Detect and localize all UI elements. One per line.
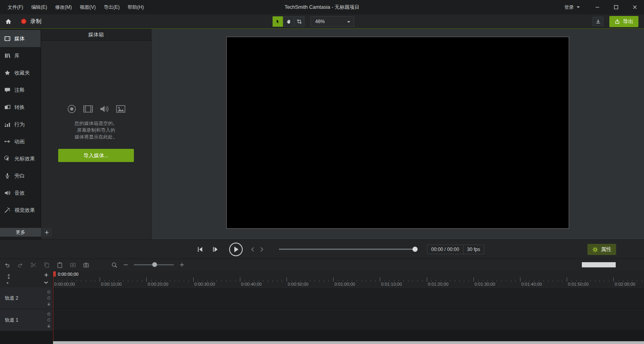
maximize-button[interactable]: [607, 0, 625, 14]
screenshot-button[interactable]: [83, 262, 89, 268]
ruler-ticks: [53, 277, 644, 282]
play-button[interactable]: [229, 242, 243, 257]
sidebar-item-media[interactable]: 媒体: [0, 30, 41, 47]
sidebar-item-voice-narration[interactable]: 旁白: [0, 167, 41, 184]
sidebar-item-library[interactable]: 库: [0, 47, 41, 64]
sidebar-item-favorites[interactable]: 收藏夹: [0, 64, 41, 81]
sidebar-item-behaviors[interactable]: 行为: [0, 116, 41, 133]
fps-display: 30 fps: [463, 245, 484, 254]
menu-help[interactable]: 帮助(H): [124, 2, 147, 13]
ruler-label: 0:01:30;00: [473, 282, 520, 287]
sidebar-item-transitions[interactable]: 转换: [0, 99, 41, 116]
microphone-icon: [4, 172, 11, 179]
sidebar-item-label: 光标效果: [14, 155, 35, 162]
record-circle-icon: [67, 104, 77, 114]
undo-button[interactable]: [4, 262, 10, 268]
import-media-button[interactable]: 导入媒体...: [58, 149, 134, 162]
canvas-tools: 46%: [273, 16, 354, 27]
playback-controls: 00:00 / 00:00 30 fps: [196, 240, 484, 259]
playhead-row: 0:00:00;00: [53, 271, 644, 277]
zoom-button[interactable]: [111, 262, 118, 268]
visibility-icon[interactable]: [47, 312, 51, 316]
crop-tool-button[interactable]: [294, 16, 304, 27]
next-clip-button[interactable]: [259, 246, 265, 253]
zoom-out-button[interactable]: [123, 262, 128, 267]
sidebar-item-visual-effects[interactable]: 视觉效果: [0, 202, 41, 219]
lock-icon[interactable]: [47, 302, 51, 306]
minimize-button[interactable]: [588, 0, 607, 14]
properties-label: 属性: [601, 246, 611, 253]
copy-button[interactable]: [43, 262, 50, 268]
menu-file[interactable]: 文件(F): [4, 2, 27, 13]
menu-export[interactable]: 导出(E): [100, 2, 123, 13]
scrubber-thumb[interactable]: [412, 247, 418, 252]
empty-text-line: 媒体将显示在此处。: [75, 134, 118, 140]
split-button[interactable]: [70, 262, 76, 268]
sidebar-item-annotations[interactable]: 注释: [0, 81, 41, 99]
redo-button[interactable]: [17, 262, 24, 268]
timeline-zoom-controls: [111, 262, 185, 268]
playhead-line[interactable]: [53, 272, 53, 341]
track-1-body[interactable]: [53, 309, 644, 331]
video-preview-stage[interactable]: [226, 37, 569, 229]
download-button[interactable]: [593, 17, 603, 26]
timeline-zoom-slider[interactable]: [134, 264, 174, 265]
animations-icon: [4, 138, 11, 145]
previous-frame-icon: [196, 245, 204, 253]
scrubber-slider[interactable]: [279, 249, 416, 250]
collapse-tracks-button[interactable]: [41, 279, 51, 286]
visibility-icon[interactable]: [47, 290, 51, 295]
playhead-marker[interactable]: [53, 271, 56, 277]
timeline-minimap-scrollbar[interactable]: [582, 262, 616, 267]
record-button[interactable]: 录制: [17, 14, 45, 28]
sign-in-button[interactable]: 登录: [556, 0, 588, 14]
timeline-zoom-thumb[interactable]: [152, 262, 157, 267]
zoom-in-button[interactable]: [179, 262, 185, 267]
loop-icon[interactable]: [47, 296, 51, 301]
close-icon: [632, 4, 638, 10]
properties-button[interactable]: 属性: [587, 244, 616, 255]
previous-frame-button[interactable]: [196, 245, 204, 253]
timeline-horizontal-scrollbar[interactable]: [53, 341, 644, 344]
cut-button[interactable]: [30, 262, 37, 268]
lock-icon[interactable]: [47, 324, 51, 328]
download-icon: [595, 19, 601, 24]
add-track-button[interactable]: [41, 271, 51, 279]
scrollbar-thumb[interactable]: [53, 341, 644, 344]
pan-tool-button[interactable]: [283, 16, 294, 27]
paste-button[interactable]: [57, 262, 63, 268]
track-1-header[interactable]: 轨道 1: [0, 309, 53, 331]
loop-icon[interactable]: [47, 318, 51, 322]
zoom-level-select[interactable]: 46%: [310, 16, 354, 27]
camtasia-window: 文件(F) 编辑(E) 修改(M) 视图(V) 导出(E) 帮助(H) Tech…: [0, 0, 644, 344]
menu-edit[interactable]: 编辑(E): [27, 2, 51, 13]
chevron-down-icon: [43, 280, 49, 285]
add-tab-button[interactable]: [41, 228, 52, 237]
sidebar-more-button[interactable]: 更多: [0, 228, 41, 237]
timeline-ruler[interactable]: 0:00:00;00 0:00:00;00 0:00:10;00 0:00:20…: [53, 271, 644, 287]
step-forward-button[interactable]: [211, 245, 219, 253]
menu-view[interactable]: 视图(V): [76, 2, 99, 13]
sidebar-item-animations[interactable]: 动画: [0, 133, 41, 150]
step-forward-icon: [211, 245, 219, 253]
sidebar-item-label: 行为: [14, 121, 25, 128]
previous-clip-button[interactable]: [249, 246, 256, 253]
track-height-icon[interactable]: [6, 273, 12, 280]
select-tool-button[interactable]: [273, 16, 283, 27]
sidebar-item-label: 视觉效果: [14, 207, 35, 214]
play-icon: [229, 242, 243, 257]
ruler-label: 0:01:40;00: [520, 282, 567, 287]
close-button[interactable]: [625, 0, 644, 14]
home-button[interactable]: [0, 14, 17, 28]
callout-icon: [4, 87, 11, 93]
track-2-header[interactable]: 轨道 2: [0, 287, 53, 309]
track-2-body[interactable]: [53, 287, 644, 309]
star-icon: [4, 69, 11, 76]
audio-speaker-icon: [99, 104, 110, 114]
track-row: 轨道 2: [0, 287, 644, 309]
menu-modify[interactable]: 修改(M): [51, 2, 75, 13]
export-button[interactable]: 导出: [609, 16, 638, 27]
sidebar-item-audio-effects[interactable]: 音效: [0, 184, 41, 202]
track-row: 轨道 1: [0, 309, 644, 331]
sidebar-item-cursor-effects[interactable]: 光标效果: [0, 150, 41, 167]
